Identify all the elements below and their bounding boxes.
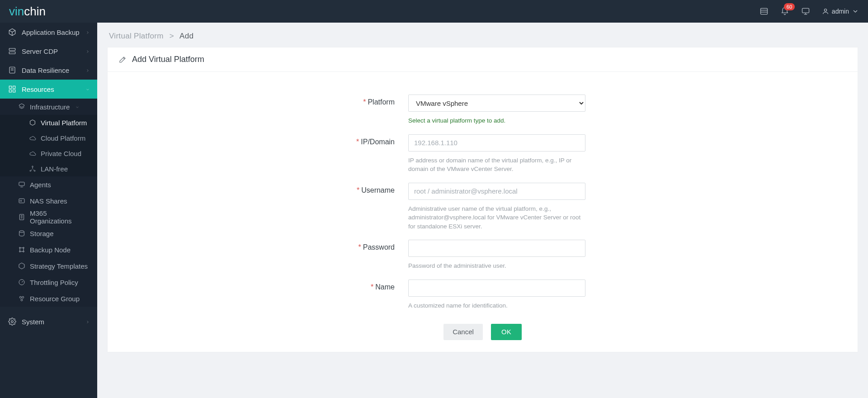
sidebar-leaf-cloud-platform[interactable]: Cloud Platform xyxy=(0,130,97,146)
user-icon xyxy=(822,8,829,15)
main-content: Virtual Platform > Add Add Virtual Platf… xyxy=(97,23,868,398)
nas-icon xyxy=(18,197,25,204)
chevron-right-icon xyxy=(85,28,90,36)
svg-point-28 xyxy=(19,231,24,232)
sidebar-leaf-label: Private Cloud xyxy=(41,150,81,157)
svg-rect-21 xyxy=(19,199,24,203)
sidebar-leaf-private-cloud[interactable]: Private Cloud xyxy=(0,146,97,161)
sidebar-sub-label: NAS Shares xyxy=(30,197,67,205)
sidebar-sub-label: Throttling Policy xyxy=(30,279,78,286)
breadcrumb-parent[interactable]: Virtual Platform xyxy=(109,32,164,40)
svg-rect-15 xyxy=(13,90,15,92)
svg-rect-13 xyxy=(13,86,15,88)
row-platform: *Platform VMware vSphere Select a virtua… xyxy=(108,90,858,130)
cube-icon xyxy=(8,28,16,36)
breadcrumb-current: Add xyxy=(179,32,193,40)
username: admin xyxy=(832,8,849,15)
row-name: *Name A customized name for identificati… xyxy=(108,275,858,315)
sidebar-leaf-virtual-platform[interactable]: Virtual Platform xyxy=(0,115,97,130)
cube-icon xyxy=(29,119,36,126)
help-name: A customized name for identification. xyxy=(408,301,585,310)
form: *Platform VMware vSphere Select a virtua… xyxy=(108,72,858,352)
svg-point-37 xyxy=(11,321,14,323)
svg-rect-24 xyxy=(19,214,24,220)
svg-point-29 xyxy=(19,247,21,249)
sidebar-sub-resource-group[interactable]: Resource Group xyxy=(0,290,97,307)
bell-icon[interactable]: 60 xyxy=(780,7,789,16)
breadcrumb-sep: > xyxy=(170,32,174,40)
brand-logo[interactable]: vin chin xyxy=(9,5,46,19)
panel-title: Add Virtual Platform xyxy=(132,55,204,64)
sidebar: Application Backup Server CDP Data Resil… xyxy=(0,23,97,398)
svg-point-6 xyxy=(824,9,826,11)
org-icon xyxy=(18,213,25,221)
grid-icon xyxy=(8,85,16,93)
chevron-down-icon xyxy=(85,85,90,93)
sidebar-sub-agents[interactable]: Agents xyxy=(0,176,97,193)
boxes-icon xyxy=(18,103,25,110)
sidebar-item-label: Server CDP xyxy=(22,47,58,55)
label-ip: *IP/Domain xyxy=(108,134,408,146)
list-icon[interactable] xyxy=(760,7,769,16)
sidebar-item-system[interactable]: System xyxy=(0,312,97,331)
topbar: vin chin 60 admin xyxy=(0,0,868,23)
sidebar-item-resources[interactable]: Resources xyxy=(0,80,97,99)
cloud-icon xyxy=(29,134,36,142)
disk-icon xyxy=(18,230,25,237)
ip-input[interactable] xyxy=(408,134,585,152)
group-icon xyxy=(18,295,25,302)
svg-rect-19 xyxy=(19,182,24,186)
breadcrumb: Virtual Platform > Add xyxy=(97,23,868,47)
svg-rect-3 xyxy=(802,8,809,13)
help-password: Password of the administrative user. xyxy=(408,261,585,270)
label-name: *Name xyxy=(108,280,408,291)
sidebar-item-application-backup[interactable]: Application Backup xyxy=(0,23,97,42)
sidebar-item-label: Application Backup xyxy=(22,28,80,36)
svg-point-34 xyxy=(19,296,21,298)
user-menu[interactable]: admin xyxy=(822,8,859,15)
svg-point-32 xyxy=(23,251,24,252)
password-input[interactable] xyxy=(408,240,585,257)
edit-icon xyxy=(118,56,127,64)
sidebar-item-server-cdp[interactable]: Server CDP xyxy=(0,42,97,61)
sidebar-sub-label: Infrastructure xyxy=(30,103,70,111)
sidebar-sub-label: Backup Node xyxy=(30,246,71,254)
name-input[interactable] xyxy=(408,280,585,297)
required-mark: * xyxy=(359,243,361,251)
row-ip: *IP/Domain IP address or domain name of … xyxy=(108,130,858,178)
notification-badge: 60 xyxy=(784,3,795,10)
chevron-down-icon xyxy=(75,103,80,111)
sidebar-sub-backup-node[interactable]: Backup Node xyxy=(0,242,97,258)
chevron-right-icon xyxy=(85,66,90,74)
sidebar-sub-infrastructure[interactable]: Infrastructure xyxy=(0,99,97,115)
chevron-right-icon xyxy=(85,47,90,55)
ok-button[interactable]: OK xyxy=(491,324,522,340)
svg-point-16 xyxy=(32,166,33,167)
row-username: *Username Administrative user name of th… xyxy=(108,178,858,236)
chevron-down-icon xyxy=(852,8,859,15)
monitor-icon[interactable] xyxy=(801,7,810,16)
username-input[interactable] xyxy=(408,183,585,200)
sidebar-leaf-lan-free[interactable]: LAN-free xyxy=(0,161,97,176)
svg-point-30 xyxy=(23,247,24,249)
sidebar-sub-storage[interactable]: Storage xyxy=(0,225,97,242)
template-icon xyxy=(18,262,25,270)
sidebar-item-data-resilience[interactable]: Data Resilience xyxy=(0,61,97,80)
panel-add-virtual-platform: Add Virtual Platform *Platform VMware vS… xyxy=(107,47,858,352)
svg-rect-7 xyxy=(9,48,15,51)
svg-point-36 xyxy=(21,299,23,301)
sidebar-sub-m365[interactable]: M365 Organizations xyxy=(0,209,97,225)
help-platform: Select a virtual platform type to add. xyxy=(408,116,585,125)
cancel-button[interactable]: Cancel xyxy=(443,324,483,340)
sidebar-item-label: Resources xyxy=(22,85,54,93)
form-actions: Cancel OK xyxy=(108,315,858,340)
platform-select[interactable]: VMware vSphere xyxy=(408,95,585,112)
sidebar-leaf-label: Virtual Platform xyxy=(41,119,87,127)
label-password: *Password xyxy=(108,240,408,251)
sidebar-sub-strategy-templates[interactable]: Strategy Templates xyxy=(0,258,97,274)
sidebar-sub-throttling-policy[interactable]: Throttling Policy xyxy=(0,274,97,290)
required-mark: * xyxy=(357,186,359,194)
required-mark: * xyxy=(363,98,366,106)
sidebar-sub-nas-shares[interactable]: NAS Shares xyxy=(0,193,97,209)
network-icon xyxy=(29,165,36,172)
